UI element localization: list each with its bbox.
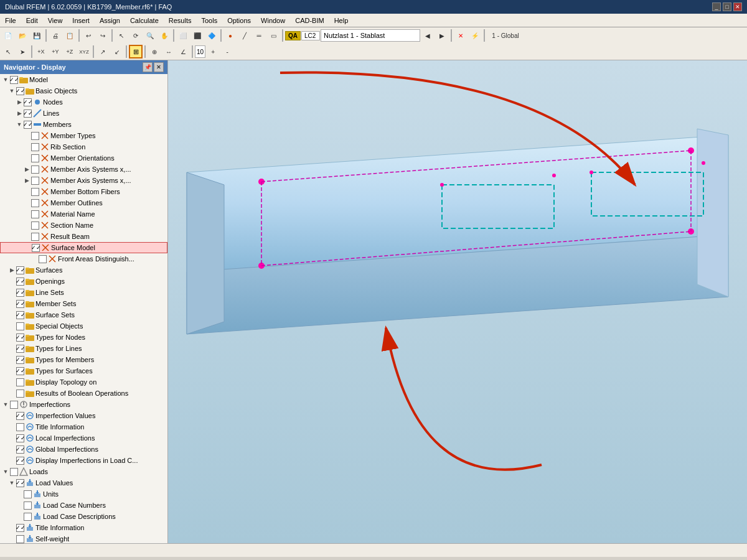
menu-file[interactable]: File <box>0 16 21 26</box>
expand-btn-model[interactable]: ▼ <box>2 77 9 83</box>
nav-close-btn[interactable]: ✕ <box>154 62 164 72</box>
tb-cursor[interactable]: ↖ <box>1 45 15 58</box>
tb-render[interactable]: 🔷 <box>205 29 218 42</box>
qa-label[interactable]: QA <box>285 31 301 40</box>
tb-y[interactable]: +Y <box>49 45 62 58</box>
tree-item-rib-section[interactable]: Rib Section <box>0 141 167 152</box>
expand-btn-nodes[interactable]: ▶ <box>16 99 22 105</box>
tree-item-result-beam[interactable]: Result Beam <box>0 231 167 242</box>
checkbox-types-members[interactable]: ✓ <box>16 356 24 364</box>
tb-zoom[interactable]: 🔍 <box>143 29 157 42</box>
checkbox-front-areas[interactable] <box>39 255 47 263</box>
tree-item-imperfections[interactable]: ▼Imperfections <box>0 399 167 410</box>
nav-pin-btn[interactable]: 📌 <box>143 62 153 72</box>
checkbox-surfaces[interactable]: ✓ <box>16 266 24 274</box>
tb-undo[interactable]: ↩ <box>82 29 95 42</box>
tree-item-units[interactable]: Units <box>0 488 167 500</box>
tree-item-surface-sets[interactable]: ✓Surface Sets <box>0 309 167 320</box>
tree-item-nodes[interactable]: ▶✓Nodes <box>0 96 167 108</box>
tb-solid[interactable]: ⬛ <box>190 29 204 42</box>
expand-btn-lines[interactable]: ▶ <box>16 110 22 116</box>
menu-cadbim[interactable]: CAD-BIM <box>290 16 329 26</box>
tree-item-load-case-descriptions[interactable]: Load Case Descriptions <box>0 511 167 522</box>
checkbox-material-name[interactable] <box>31 210 39 218</box>
menu-assign[interactable]: Assign <box>95 16 125 26</box>
checkbox-members[interactable]: ✓ <box>24 121 32 129</box>
checkbox-section-name[interactable] <box>31 222 39 230</box>
tree-item-display-topology[interactable]: Display Topology on <box>0 376 167 388</box>
tree-item-imperfection-values[interactable]: ✓Imperfection Values <box>0 410 167 421</box>
tb-x[interactable]: +X <box>34 45 48 58</box>
menu-results[interactable]: Results <box>164 16 197 26</box>
tb-member[interactable]: ═ <box>252 29 266 42</box>
expand-btn-basic-objects[interactable]: ▼ <box>9 88 15 94</box>
expand-btn-imperfections[interactable]: ▼ <box>2 401 9 408</box>
tb-xyz[interactable]: XYZ <box>77 45 91 58</box>
tree-item-member-axis-x1[interactable]: ▶Member Axis Systems x,... <box>0 164 167 175</box>
checkbox-surface-sets[interactable]: ✓ <box>16 311 24 319</box>
menu-insert[interactable]: Insert <box>67 16 95 26</box>
tree-item-surface-model[interactable]: ✓Surface Model <box>0 242 167 253</box>
tb-zoom-out[interactable]: - <box>220 45 234 58</box>
checkbox-self-weight[interactable] <box>16 535 24 543</box>
tree-item-types-surfaces[interactable]: ✓Types for Surfaces <box>0 365 167 376</box>
tb-view1[interactable]: ↗ <box>96 45 110 58</box>
checkbox-title-information-2[interactable]: ✓ <box>16 524 24 532</box>
checkbox-member-axis-x1[interactable] <box>31 166 39 174</box>
tb-check[interactable]: ✕ <box>454 29 467 42</box>
expand-btn-members[interactable]: ▼ <box>16 121 22 128</box>
menu-options[interactable]: Options <box>222 16 256 26</box>
tb-pan[interactable]: ✋ <box>157 29 171 42</box>
tree-item-bool-operations[interactable]: Results of Boolean Operations <box>0 388 167 399</box>
lc-name-display[interactable]: Nutzlast 1 - Stablast <box>321 29 420 42</box>
tb-line[interactable]: ╱ <box>238 29 251 42</box>
checkbox-load-case-numbers[interactable] <box>24 502 32 510</box>
tb-surface[interactable]: ▭ <box>266 29 280 42</box>
minimize-btn[interactable]: _ <box>712 2 721 11</box>
menu-tools[interactable]: Tools <box>196 16 222 26</box>
tree-item-model[interactable]: ▼✓Model <box>0 74 167 85</box>
checkbox-display-imperfections[interactable]: ✓ <box>16 457 24 465</box>
tb-print[interactable]: 🖨 <box>49 29 62 42</box>
tree-item-special-objects[interactable]: Special Objects <box>0 320 167 332</box>
checkbox-global-imperfections[interactable]: ✓ <box>16 446 24 454</box>
tb-zoom-in[interactable]: + <box>206 45 220 58</box>
checkbox-member-bottom-fibers[interactable] <box>31 188 39 196</box>
tb-view2[interactable]: ↙ <box>110 45 124 58</box>
tree-item-member-sets[interactable]: ✓Member Sets <box>0 298 167 309</box>
expand-btn-load-values[interactable]: ▼ <box>9 480 15 486</box>
tb-angle[interactable]: ∠ <box>176 45 190 58</box>
checkbox-member-orientations[interactable] <box>31 154 39 162</box>
tree-item-member-outlines[interactable]: Member Outlines <box>0 197 167 208</box>
tree-item-types-nodes[interactable]: ✓Types for Nodes <box>0 332 167 343</box>
tb-highlight-grid[interactable]: ⊞ <box>129 45 143 58</box>
tree-item-display-imperfections[interactable]: ✓Display Imperfections in Load C... <box>0 455 167 466</box>
menu-view[interactable]: View <box>43 16 68 26</box>
tb-calculate[interactable]: ⚡ <box>468 29 482 42</box>
tb-dim[interactable]: ↔ <box>162 45 176 58</box>
tree-item-global-imperfections[interactable]: ✓Global Imperfections <box>0 444 167 455</box>
maximize-btn[interactable]: □ <box>723 2 731 11</box>
tb-wireframe[interactable]: ⬜ <box>176 29 190 42</box>
tree-item-self-weight[interactable]: Self-weight <box>0 533 167 543</box>
expand-btn-surfaces[interactable]: ▶ <box>9 267 15 273</box>
tree-item-local-imperfections[interactable]: ✓Local Imperfections <box>0 432 167 444</box>
tree-item-loads[interactable]: ▼Loads <box>0 466 167 477</box>
menu-edit[interactable]: Edit <box>21 16 43 26</box>
tree-item-title-information[interactable]: Title Information <box>0 421 167 432</box>
tb-select[interactable]: ↖ <box>115 29 128 42</box>
tree-item-section-name[interactable]: Section Name <box>0 220 167 231</box>
checkbox-openings[interactable]: ✓ <box>16 278 24 286</box>
checkbox-load-values[interactable]: ✓ <box>16 479 24 487</box>
menu-calculate[interactable]: Calculate <box>125 16 164 26</box>
checkbox-line-sets[interactable]: ✓ <box>16 289 24 297</box>
tb-node[interactable]: ● <box>223 29 237 42</box>
tree-item-material-name[interactable]: Material Name <box>0 208 167 220</box>
checkbox-member-types[interactable] <box>31 132 39 140</box>
checkbox-display-topology[interactable] <box>16 378 24 386</box>
checkbox-types-lines[interactable]: ✓ <box>16 345 24 353</box>
checkbox-load-case-descriptions[interactable] <box>24 513 32 521</box>
tb-save[interactable]: 💾 <box>30 29 44 42</box>
expand-btn-loads[interactable]: ▼ <box>2 469 9 475</box>
checkbox-local-imperfections[interactable]: ✓ <box>16 434 24 442</box>
